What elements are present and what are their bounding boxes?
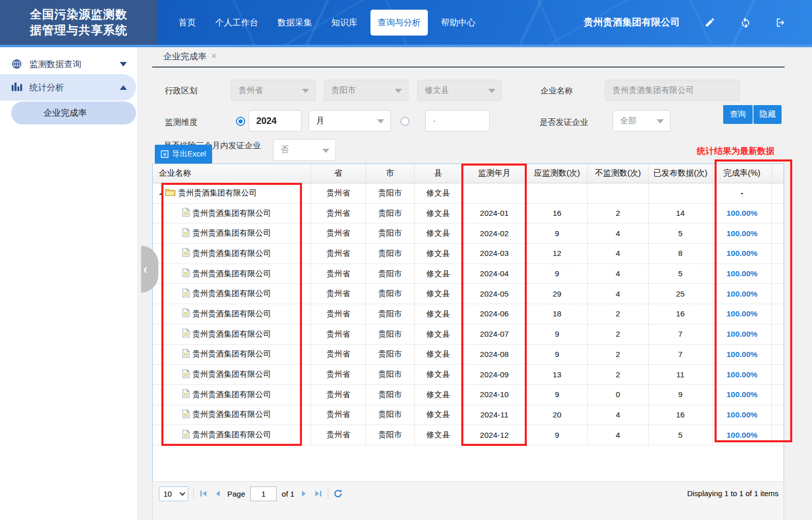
prev-page-icon[interactable] — [213, 489, 222, 498]
next-page-icon[interactable] — [299, 489, 309, 498]
range-input[interactable]: - — [425, 110, 490, 132]
month-cell: 2024-08 — [462, 345, 527, 365]
nav-item-query-analysis[interactable]: 查询与分析 — [370, 10, 428, 36]
table-row[interactable]: 贵州贵酒集团有限公司贵州省贵阳市修文县2024-04945100.00% — [153, 264, 784, 284]
table-row[interactable]: 贵州贵酒集团有限公司贵州省贵阳市修文县2024-0529425100.00% — [153, 284, 784, 304]
due-count-cell: 13 — [527, 365, 588, 385]
export-excel-button[interactable]: X 导出Excel — [155, 145, 212, 164]
province-cell: 贵州省 — [311, 183, 366, 204]
range-radio[interactable] — [400, 117, 410, 126]
col-header-rate[interactable]: 完成率(%) — [713, 164, 772, 183]
tree-expand-caret-icon[interactable]: ◢ — [159, 190, 162, 196]
province-select[interactable]: 贵州省 — [231, 80, 316, 101]
tab-enterprise-completion-rate[interactable]: 企业完成率 — [163, 51, 207, 62]
last-page-icon[interactable] — [314, 489, 323, 498]
enterprise-name-cell[interactable]: 贵州贵酒集团有限公司 — [153, 405, 311, 426]
enterprise-name-input[interactable]: 贵州贵酒集团有限公司 — [605, 80, 740, 101]
col-header-county[interactable]: 县 — [415, 164, 462, 183]
certified-value: 全部 — [620, 116, 636, 126]
query-button[interactable]: 查询 — [723, 105, 753, 124]
enterprise-name-cell[interactable]: 贵州贵酒集团有限公司 — [153, 304, 311, 324]
table-row[interactable]: 贵州贵酒集团有限公司贵州省贵阳市修文县2024-10909100.00% — [153, 385, 784, 405]
reload-icon[interactable] — [333, 489, 343, 498]
year-input[interactable]: 2024 — [249, 110, 301, 132]
col-header-published[interactable]: 已发布数据(次) — [649, 164, 713, 183]
logout-icon[interactable] — [775, 17, 787, 28]
excel-icon: X — [161, 150, 168, 158]
enterprise-name-cell[interactable]: 贵州贵酒集团有限公司 — [153, 244, 311, 264]
page-size-select[interactable]: 10 — [159, 486, 188, 501]
enterprise-name-text: 贵州贵酒集团有限公司 — [192, 228, 271, 239]
col-header-due[interactable]: 应监测数(次) — [527, 164, 588, 183]
range-value: - — [433, 116, 435, 125]
row-spacer — [772, 324, 784, 345]
city-cell: 贵阳市 — [366, 365, 415, 385]
county-cell: 修文县 — [415, 345, 462, 365]
due-count-cell: 18 — [527, 304, 588, 324]
dimension-label: 监测维度 — [165, 117, 197, 128]
table-row-parent[interactable]: ◢贵州贵酒集团有限公司贵州省贵阳市修文县- — [153, 183, 784, 204]
not-monitored-count-cell — [588, 183, 649, 204]
col-header-month[interactable]: 监测年月 — [462, 164, 527, 183]
nav-item-help-center[interactable]: 帮助中心 — [435, 12, 482, 34]
first-page-icon[interactable] — [199, 489, 208, 498]
enterprise-name-cell[interactable]: 贵州贵酒集团有限公司 — [153, 204, 311, 224]
city-cell: 贵阳市 — [366, 304, 415, 324]
sidebar-item-monitoring-data-query[interactable]: 监测数据查询 — [0, 51, 136, 77]
enterprise-name-cell[interactable]: 贵州贵酒集团有限公司 — [153, 324, 311, 345]
table-row[interactable]: 贵州贵酒集团有限公司贵州省贵阳市修文县2024-07927100.00% — [153, 324, 784, 345]
city-select[interactable]: 贵阳市 — [324, 80, 409, 101]
not-monitored-count-cell: 4 — [588, 244, 649, 264]
globe-icon — [11, 58, 22, 70]
certified-select[interactable]: 全部 — [613, 110, 670, 132]
province-cell: 贵州省 — [311, 244, 366, 264]
enterprise-name-cell[interactable]: 贵州贵酒集团有限公司 — [153, 345, 311, 365]
province-cell: 贵州省 — [311, 223, 366, 244]
sidebar-subitem-enterprise-completion-rate[interactable]: 企业完成率 — [11, 102, 136, 124]
nav-item-knowledge-base[interactable]: 知识库 — [325, 12, 363, 34]
sidebar-item-statistical-analysis[interactable]: 统计分析 — [0, 74, 136, 101]
page-number-input[interactable]: 1 — [250, 486, 277, 501]
month-cell: 2024-02 — [462, 223, 527, 244]
hide-button[interactable]: 隐藏 — [753, 105, 782, 124]
document-icon — [182, 389, 190, 400]
certified-label: 是否发证企业 — [539, 117, 588, 128]
city-cell: 贵阳市 — [366, 284, 415, 304]
period-select[interactable]: 月 — [309, 110, 391, 132]
table-row[interactable]: 贵州贵酒集团有限公司贵州省贵阳市修文县2024-08927100.00% — [153, 345, 784, 365]
nav-item-home[interactable]: 首页 — [173, 12, 202, 34]
refresh-icon[interactable] — [740, 17, 751, 28]
tab-close-icon[interactable]: × — [211, 51, 217, 61]
not-monitored-count-cell: 4 — [588, 284, 649, 304]
not-monitored-count-cell: 2 — [588, 304, 649, 324]
enterprise-name-cell[interactable]: ◢贵州贵酒集团有限公司 — [153, 183, 311, 204]
enterprise-name-cell[interactable]: 贵州贵酒集团有限公司 — [153, 425, 311, 445]
year-value: 2024 — [256, 116, 277, 126]
col-header-province[interactable]: 省 — [311, 164, 366, 183]
month-cell — [462, 183, 527, 204]
col-header-city[interactable]: 市 — [366, 164, 415, 183]
enterprise-name-cell[interactable]: 贵州贵酒集团有限公司 — [153, 385, 311, 405]
nav-item-data-collection[interactable]: 数据采集 — [272, 12, 318, 34]
table-row[interactable]: 贵州贵酒集团有限公司贵州省贵阳市修文县2024-0913211100.00% — [153, 365, 784, 385]
enterprise-name-cell[interactable]: 贵州贵酒集团有限公司 — [153, 365, 311, 385]
nav-item-workbench[interactable]: 个人工作台 — [209, 12, 264, 34]
table-row[interactable]: 贵州贵酒集团有限公司贵州省贵阳市修文县2024-12945100.00% — [153, 425, 784, 445]
edit-pencil-icon[interactable] — [704, 17, 716, 28]
county-select[interactable]: 修文县 — [417, 80, 502, 101]
table-row[interactable]: 贵州贵酒集团有限公司贵州省贵阳市修文县2024-031248100.00% — [153, 244, 784, 264]
table-row[interactable]: 贵州贵酒集团有限公司贵州省贵阳市修文县2024-1120416100.00% — [153, 405, 784, 426]
col-header-not-monitored[interactable]: 不监测数(次) — [588, 164, 649, 183]
enterprise-name-cell[interactable]: 贵州贵酒集团有限公司 — [153, 223, 311, 244]
year-month-radio[interactable] — [236, 117, 245, 126]
enterprise-name-cell[interactable]: 贵州贵酒集团有限公司 — [153, 264, 311, 284]
table-row[interactable]: 贵州贵酒集团有限公司贵州省贵阳市修文县2024-0618216100.00% — [153, 304, 784, 324]
col-header-enterprise[interactable]: 企业名称 — [153, 164, 311, 183]
table-row[interactable]: 贵州贵酒集团有限公司贵州省贵阳市修文县2024-0116214100.00% — [153, 204, 784, 224]
month-cell: 2024-11 — [462, 405, 527, 426]
enterprise-name-cell[interactable]: 贵州贵酒集团有限公司 — [153, 284, 311, 304]
exclude-select[interactable]: 否 — [273, 139, 336, 161]
enterprise-name-text: 贵州贵酒集团有限公司 — [192, 369, 271, 380]
document-icon — [182, 228, 190, 239]
table-row[interactable]: 贵州贵酒集团有限公司贵州省贵阳市修文县2024-02945100.00% — [153, 223, 784, 244]
